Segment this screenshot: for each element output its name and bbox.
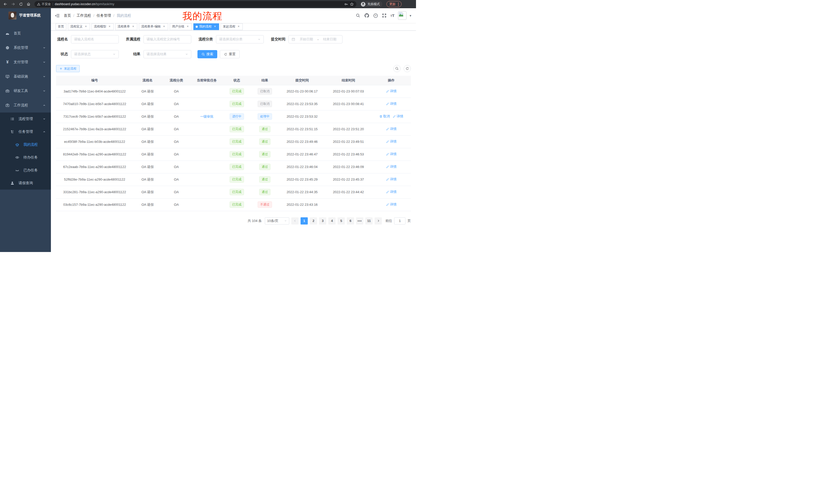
- submit-time-range-picker[interactable]: 开始日期 - 结束日期: [288, 35, 342, 44]
- detail-link[interactable]: 详情: [386, 102, 397, 106]
- browser-back-button[interactable]: [2, 1, 9, 7]
- toggle-search-button[interactable]: [393, 65, 400, 72]
- cell-category: OA: [162, 110, 191, 123]
- browser-forward-button[interactable]: [10, 1, 17, 7]
- page-size-select[interactable]: 10条/页: [265, 217, 289, 225]
- page-button-1-active[interactable]: 1: [301, 217, 308, 225]
- sidebar-item-11[interactable]: 请假查询: [0, 177, 51, 190]
- browser-reload-button[interactable]: [18, 1, 24, 7]
- tab-label: 发起流程: [223, 24, 235, 29]
- sidebar-item-8-active[interactable]: 我的流程: [0, 138, 51, 151]
- detail-link[interactable]: 详情: [386, 202, 397, 207]
- page-ellipsis[interactable]: •••: [356, 217, 363, 225]
- detail-link[interactable]: 详情: [386, 127, 397, 131]
- next-page-button[interactable]: [374, 217, 382, 225]
- tab-label: 流程定义: [70, 24, 82, 29]
- chevron-right-icon: [377, 219, 380, 222]
- close-icon[interactable]: ×: [84, 25, 88, 29]
- avatar-dropdown-caret[interactable]: ▼: [409, 14, 412, 17]
- status-select[interactable]: 请选择状态: [71, 50, 119, 58]
- detail-link[interactable]: 详情: [386, 177, 397, 181]
- close-icon[interactable]: ×: [186, 25, 189, 29]
- address-bar[interactable]: 不安全 dashboard.yudao.iocoder.cn/bpm/task/…: [34, 1, 356, 7]
- sidebar-item-4[interactable]: 研发工具: [0, 84, 51, 98]
- cell-end-time: 2022-01-22 23:46:53: [325, 148, 371, 161]
- tab-5[interactable]: 用户分组×: [170, 23, 192, 30]
- close-icon[interactable]: ×: [108, 25, 111, 29]
- detail-link[interactable]: 详情: [386, 152, 397, 157]
- help-button[interactable]: ?: [373, 13, 378, 18]
- sidebar-item-1[interactable]: 系统管理: [0, 40, 51, 55]
- page-button-2[interactable]: 2: [310, 217, 317, 225]
- tab-3[interactable]: 流程表单×: [115, 23, 137, 30]
- fullscreen-button[interactable]: [382, 13, 387, 18]
- page-button-3[interactable]: 3: [319, 217, 326, 225]
- detail-link[interactable]: 详情: [386, 139, 397, 144]
- font-size-button[interactable]: TT: [391, 13, 394, 18]
- sidebar-item-2[interactable]: ¥支付管理: [0, 55, 51, 69]
- close-icon[interactable]: ×: [237, 25, 240, 29]
- category-select[interactable]: 请选择流程分类: [216, 35, 264, 44]
- close-icon[interactable]: ×: [162, 25, 166, 29]
- cell-status: 进行中: [223, 110, 251, 123]
- sidebar-item-6[interactable]: 流程管理: [0, 113, 51, 125]
- sidebar-item-7[interactable]: 任务管理: [0, 125, 51, 138]
- tab-0[interactable]: 首页: [55, 23, 66, 30]
- detail-link[interactable]: 详情: [386, 190, 397, 194]
- sidebar-item-5[interactable]: 工作流程: [0, 98, 51, 113]
- refresh-table-button[interactable]: [404, 65, 411, 72]
- chevron-up-icon: [43, 104, 46, 107]
- breadcrumb: 首页 / 工作流程 / 任务管理 / 我的流程: [64, 13, 131, 18]
- edit-icon: [386, 203, 389, 206]
- result-select[interactable]: 请选择流结果: [144, 50, 191, 58]
- header-search-button[interactable]: [356, 13, 361, 18]
- bookmark-star-button[interactable]: [350, 2, 354, 6]
- sidebar-item-3[interactable]: 基础设施: [0, 69, 51, 84]
- cell-status: 已完成: [223, 161, 251, 173]
- avatar[interactable]: [398, 11, 407, 20]
- detail-link[interactable]: 详情: [393, 114, 404, 119]
- reset-button[interactable]: 重置: [220, 50, 240, 58]
- goto-page-input[interactable]: [394, 217, 406, 225]
- search-button[interactable]: 搜索: [198, 50, 217, 58]
- browser-menu-icon[interactable]: [398, 3, 399, 6]
- process-def-input[interactable]: 请输入流程定义的编号: [144, 35, 191, 44]
- tab-7[interactable]: 发起流程×: [220, 23, 243, 30]
- refresh-icon: [224, 53, 227, 56]
- prev-page-button[interactable]: [291, 217, 298, 225]
- browser-home-button[interactable]: [25, 1, 32, 7]
- tab-4[interactable]: 流程表单-编辑×: [139, 23, 168, 30]
- task-link[interactable]: 一级审批: [200, 115, 214, 118]
- breadcrumb-item-task[interactable]: 任务管理: [97, 13, 111, 18]
- breadcrumb-item-workflow[interactable]: 工作流程: [77, 13, 91, 18]
- password-key-button[interactable]: [344, 2, 348, 6]
- close-icon[interactable]: ×: [131, 25, 135, 29]
- sidebar-logo-row[interactable]: 芋道管理系统: [0, 8, 51, 23]
- cell-result: 处理中: [251, 110, 279, 123]
- tab-6-active[interactable]: 我的流程×: [193, 23, 219, 30]
- detail-link[interactable]: 详情: [386, 164, 397, 169]
- tab-1[interactable]: 流程定义×: [68, 23, 90, 30]
- github-link[interactable]: [364, 13, 369, 18]
- process-name-input[interactable]: 请输入流程名: [71, 35, 119, 44]
- page-button-4[interactable]: 4: [328, 217, 336, 225]
- sidebar-collapse-button[interactable]: [55, 13, 60, 18]
- tab-2[interactable]: 流程模型×: [92, 23, 114, 30]
- close-icon[interactable]: ×: [213, 25, 217, 29]
- dashboard-icon: [5, 31, 9, 35]
- cell-submit-time: 2022-01-22 23:45:29: [279, 173, 325, 186]
- create-process-button[interactable]: 发起流程: [56, 65, 80, 72]
- sidebar-item-0[interactable]: 首页: [0, 26, 51, 40]
- cancel-link[interactable]: 取消: [379, 114, 390, 119]
- breadcrumb-item-home[interactable]: 首页: [64, 13, 71, 18]
- sidebar-item-9[interactable]: 待办任务: [0, 151, 51, 164]
- browser-update-button[interactable]: 更新: [386, 1, 401, 7]
- page-button-11[interactable]: 11: [365, 217, 372, 225]
- edit-icon: [386, 90, 389, 93]
- page-button-5[interactable]: 5: [338, 217, 345, 225]
- security-chip[interactable]: 不安全: [37, 2, 51, 6]
- detail-link[interactable]: 详情: [386, 89, 397, 93]
- sidebar-item-10[interactable]: 已办任务: [0, 164, 51, 177]
- page-button-6[interactable]: 6: [347, 217, 354, 225]
- cell-process-name: OA 请假: [133, 123, 162, 135]
